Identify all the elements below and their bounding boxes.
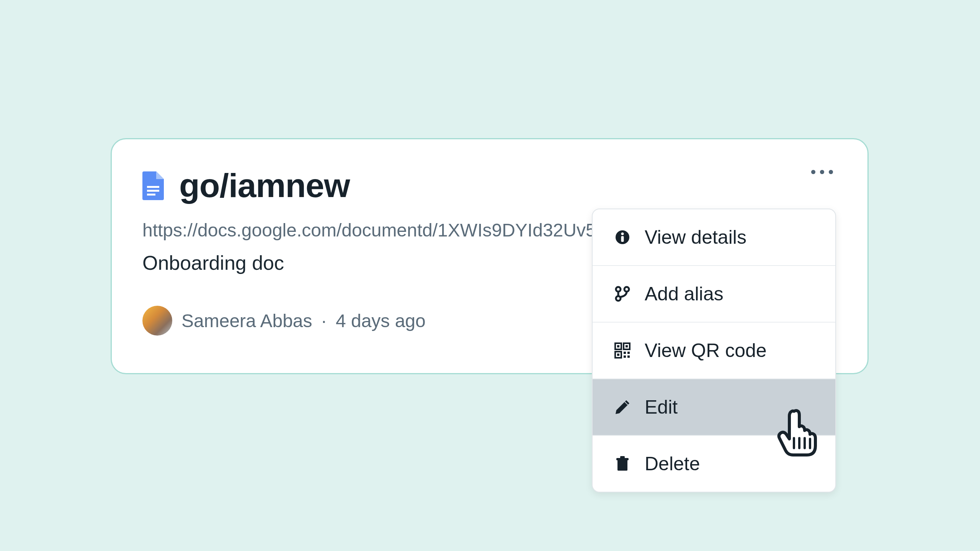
author-name: Sameera Abbas [181,310,312,331]
more-dot-icon [820,170,824,174]
svg-rect-2 [147,194,155,196]
svg-rect-17 [624,355,626,358]
svg-rect-14 [617,354,619,356]
svg-rect-19 [617,460,627,471]
card-header: go/iamnew [142,166,837,205]
trash-icon [614,455,631,472]
more-dot-icon [829,170,833,174]
svg-rect-15 [624,352,626,354]
link-title: go/iamnew [179,166,350,205]
menu-label: View details [645,226,746,248]
svg-rect-16 [627,352,630,354]
svg-rect-12 [626,345,628,347]
svg-rect-0 [147,186,159,188]
svg-rect-5 [621,236,624,242]
svg-rect-18 [627,355,630,358]
info-icon [614,229,631,246]
qr-code-icon [614,342,631,359]
menu-label: View QR code [645,339,767,362]
menu-label: Delete [645,453,700,475]
svg-point-6 [616,287,621,292]
svg-point-7 [616,296,621,301]
svg-rect-21 [620,456,625,458]
meta-separator: · [322,310,327,331]
menu-label: Add alias [645,283,724,305]
svg-point-8 [624,287,629,292]
context-menu: View details Add alias [592,209,836,492]
more-options-button[interactable] [807,166,837,178]
menu-item-add-alias[interactable]: Add alias [593,266,835,323]
svg-point-4 [621,233,624,235]
svg-rect-1 [147,190,159,192]
menu-item-delete[interactable]: Delete [593,436,835,492]
link-timestamp: 4 days ago [336,310,426,331]
google-doc-icon [142,171,164,200]
author-avatar [142,306,172,336]
menu-item-view-qr[interactable]: View QR code [593,323,835,379]
svg-rect-10 [617,345,619,347]
menu-item-edit[interactable]: Edit [593,379,835,436]
menu-label: Edit [645,396,678,418]
more-dot-icon [811,170,815,174]
pencil-icon [614,399,631,416]
branch-icon [614,285,631,302]
menu-item-view-details[interactable]: View details [593,209,835,266]
